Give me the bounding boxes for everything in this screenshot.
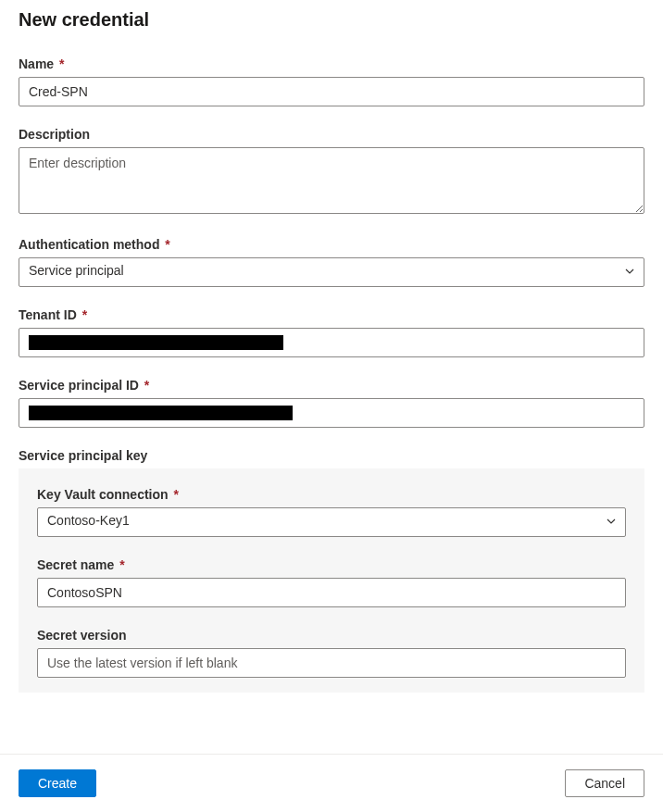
redacted-value: [29, 335, 283, 350]
sp-id-label-text: Service principal ID: [19, 378, 139, 393]
sp-key-field-group: Service principal key Key Vault connecti…: [19, 448, 644, 693]
required-asterisk: *: [173, 487, 178, 502]
sp-id-input[interactable]: [19, 398, 644, 428]
secret-version-label-text: Secret version: [37, 628, 127, 643]
name-field-group: Name *: [19, 56, 644, 106]
required-asterisk: *: [82, 307, 87, 322]
sp-key-label-text: Service principal key: [19, 448, 147, 463]
sp-id-field-group: Service principal ID *: [19, 378, 644, 428]
tenant-id-label: Tenant ID *: [19, 307, 644, 322]
auth-method-select-wrapper[interactable]: Service principal: [19, 257, 644, 287]
auth-method-label-text: Authentication method: [19, 237, 159, 252]
sp-key-label: Service principal key: [19, 448, 644, 463]
sp-key-nested-section: Key Vault connection * Contoso-Key1 Secr…: [19, 468, 644, 693]
kv-connection-label: Key Vault connection *: [37, 487, 626, 502]
name-label-text: Name: [19, 56, 54, 71]
auth-method-label: Authentication method *: [19, 237, 644, 252]
secret-version-label: Secret version: [37, 628, 626, 643]
footer: Create Cancel: [0, 754, 663, 812]
name-label: Name *: [19, 56, 644, 71]
required-asterisk: *: [119, 557, 124, 572]
secret-version-field-group: Secret version: [37, 628, 626, 678]
cancel-button[interactable]: Cancel: [565, 769, 644, 797]
sp-id-label: Service principal ID *: [19, 378, 644, 393]
auth-method-select[interactable]: Service principal: [19, 257, 644, 287]
description-label-text: Description: [19, 127, 90, 142]
tenant-id-input[interactable]: [19, 328, 644, 357]
secret-name-label-text: Secret name: [37, 557, 114, 572]
description-input[interactable]: [19, 147, 644, 214]
required-asterisk: *: [165, 237, 169, 252]
required-asterisk: *: [59, 56, 64, 71]
tenant-id-field-group: Tenant ID *: [19, 307, 644, 357]
kv-connection-field-group: Key Vault connection * Contoso-Key1: [37, 487, 626, 537]
secret-version-input[interactable]: [37, 648, 626, 678]
redacted-value: [29, 406, 293, 420]
secret-name-input[interactable]: [37, 578, 626, 607]
required-asterisk: *: [144, 378, 149, 393]
secret-name-label: Secret name *: [37, 557, 626, 572]
create-button[interactable]: Create: [19, 769, 96, 797]
kv-connection-select[interactable]: Contoso-Key1: [37, 507, 626, 537]
auth-method-field-group: Authentication method * Service principa…: [19, 237, 644, 287]
description-field-group: Description: [19, 127, 644, 217]
name-input[interactable]: [19, 77, 644, 106]
description-label: Description: [19, 127, 644, 142]
kv-connection-select-wrapper[interactable]: Contoso-Key1: [37, 507, 626, 537]
tenant-id-label-text: Tenant ID: [19, 307, 77, 322]
page-title: New credential: [19, 9, 644, 31]
kv-connection-label-text: Key Vault connection: [37, 487, 169, 502]
secret-name-field-group: Secret name *: [37, 557, 626, 607]
